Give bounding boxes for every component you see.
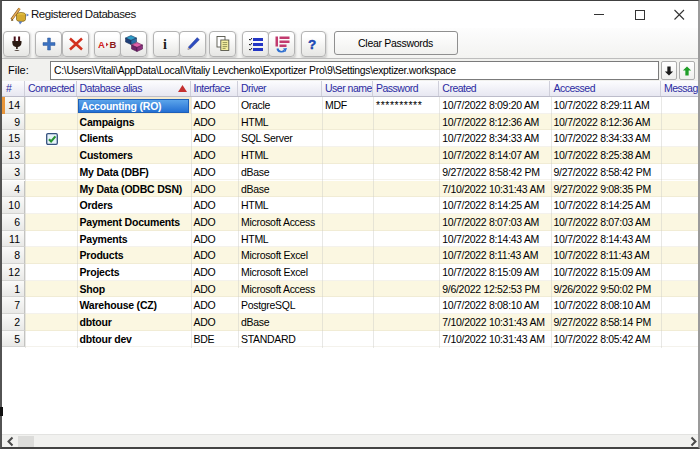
- svg-text:i: i: [163, 37, 167, 52]
- svg-text:?: ?: [308, 37, 316, 52]
- svg-text:A: A: [98, 39, 105, 50]
- svg-text:B: B: [109, 39, 116, 50]
